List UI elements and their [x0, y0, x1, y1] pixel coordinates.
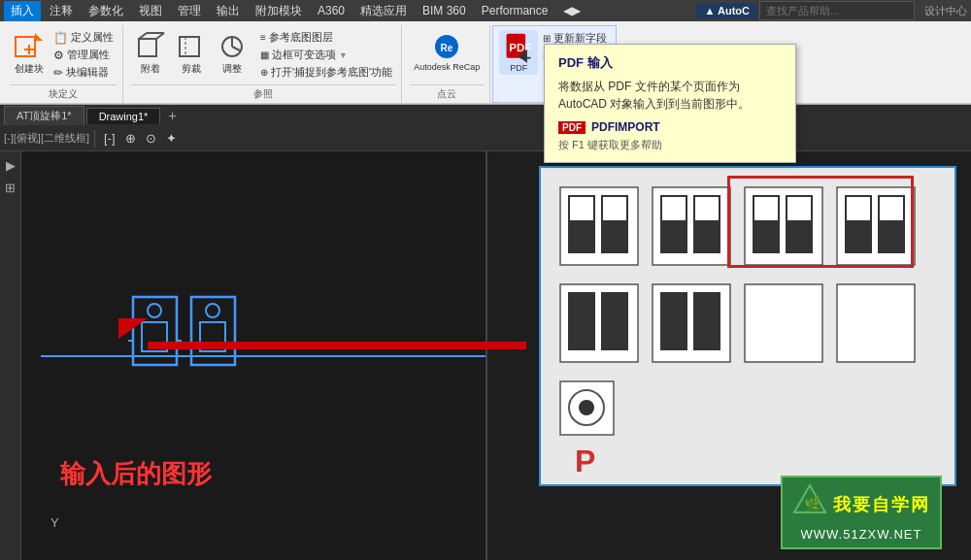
search-input[interactable] — [759, 1, 915, 20]
tab-add-button[interactable]: + — [162, 108, 182, 123]
pdf-import-icon: PDF — [503, 32, 534, 63]
pdf-import-label: PDF — [510, 63, 527, 73]
menu-featured[interactable]: 精选应用 — [353, 1, 414, 21]
btn-attach[interactable]: 附着 — [131, 29, 170, 78]
right-panel: P — [539, 166, 956, 486]
menu-parametric[interactable]: 参数化 — [82, 1, 130, 21]
attach-label: 附着 — [141, 62, 160, 76]
pdf-drawing-label: P — [575, 444, 595, 479]
group-block-def: 创建块 📋 定义属性 ⚙ 管理属性 ✏ 块编辑器 — [4, 25, 123, 103]
btn-orbit[interactable]: ⊙ — [142, 129, 160, 148]
adjust-icon — [217, 31, 248, 62]
svg-rect-54 — [693, 292, 720, 350]
svg-rect-0 — [16, 37, 35, 56]
svg-rect-51 — [601, 292, 628, 350]
menu-performance[interactable]: Performance — [475, 2, 555, 19]
create-block-icon — [14, 31, 45, 62]
attach-icon — [135, 31, 166, 62]
tooltip-title: PDF 输入 — [558, 54, 782, 72]
svg-rect-24 — [191, 297, 235, 365]
svg-rect-56 — [837, 284, 915, 362]
svg-rect-8 — [180, 37, 199, 56]
group-block-def-buttons: 创建块 📋 定义属性 ⚙ 管理属性 ✏ 块编辑器 — [10, 25, 117, 84]
menu-a360[interactable]: A360 — [311, 2, 352, 19]
manage-attr-label: 管理属性 — [67, 48, 110, 62]
btn-block-editor[interactable]: ✏ 块编辑器 — [50, 64, 117, 81]
svg-text:PDF: PDF — [509, 42, 531, 53]
block-editor-label: 块编辑器 — [66, 65, 109, 80]
menu-insert[interactable]: 插入 — [4, 1, 41, 21]
svg-rect-32 — [570, 197, 593, 220]
update-field-icon: ⊞ — [543, 33, 551, 44]
tab-at-top[interactable]: AT顶旋棒1* — [4, 106, 84, 125]
define-attr-label: 定义属性 — [71, 30, 114, 45]
menu-addons[interactable]: 附加模块 — [249, 1, 309, 21]
menu-arrows[interactable]: ◀▶ — [556, 2, 587, 19]
brand-url-text: WWW.51ZXW.NET — [801, 527, 922, 542]
btn-clip[interactable]: 剪裁 — [172, 29, 211, 78]
tab-drawing1[interactable]: Drawing1* — [86, 108, 161, 124]
menu-manage[interactable]: 管理 — [171, 1, 208, 21]
small-btns-group: 📋 定义属性 ⚙ 管理属性 ✏ 块编辑器 — [50, 29, 117, 81]
menu-output[interactable]: 输出 — [210, 1, 247, 21]
btn-snap[interactable]: ⊕ — [121, 129, 140, 148]
sidebar-btn-2[interactable]: ⊞ — [0, 178, 20, 198]
main-canvas: 输入后的图形 Y — [21, 151, 971, 560]
svg-point-25 — [206, 304, 219, 317]
svg-rect-4 — [139, 39, 156, 56]
btn-view3[interactable]: ✦ — [162, 129, 181, 148]
ribbon-content: 创建块 📋 定义属性 ⚙ 管理属性 ✏ 块编辑器 — [0, 21, 971, 104]
svg-marker-1 — [35, 33, 43, 41]
svg-rect-33 — [603, 197, 626, 220]
btn-create-block[interactable]: 创建块 — [10, 29, 49, 78]
brand-logo-icon: 🌿 — [792, 483, 827, 525]
sidebar-btn-1[interactable]: ▶ — [0, 155, 20, 176]
svg-rect-38 — [695, 197, 719, 220]
tooltip-hint: 按 F1 键获取更多帮助 — [558, 138, 782, 152]
group-ref: 附着 剪裁 — [125, 25, 402, 103]
svg-point-59 — [579, 400, 594, 415]
btn-snap-ref[interactable]: ⊕ 打开'捕捉到参考底图'功能 — [257, 64, 395, 81]
svg-rect-53 — [660, 292, 687, 350]
group-autocad-recap: Re Autodesk ReCap 点云 — [404, 25, 490, 103]
btn-adjust[interactable]: 调整 — [213, 29, 251, 78]
btn-pdf-import[interactable]: PDF PDF — [499, 30, 538, 75]
drawing-wrapper: AT顶旋棒1* Drawing1* + [-][俯视][二维线框] [-] ⊕ … — [0, 105, 971, 560]
btn-border-opt[interactable]: ▦ 边框可变选项 ▼ — [257, 47, 395, 63]
view-label-text: [-][俯视][二维线框] — [4, 131, 89, 146]
svg-line-12 — [232, 47, 240, 50]
btn-define-attr[interactable]: 📋 定义属性 — [50, 29, 117, 46]
autocad-recap-buttons: Re Autodesk ReCap — [410, 25, 484, 84]
blue-cad-svg — [128, 287, 254, 404]
adjust-label: 调整 — [222, 62, 242, 76]
create-block-label: 创建块 — [15, 62, 44, 76]
clip-label: 剪裁 — [182, 62, 201, 76]
left-canvas: 输入后的图形 Y — [21, 151, 487, 560]
input-label: 输入后的图形 — [60, 457, 212, 491]
border-opt-label: 边框可变选项 — [272, 48, 336, 62]
left-sidebar: ▶ ⊞ — [0, 151, 21, 560]
border-opt-icon: ▦ — [260, 49, 269, 60]
btn-autodesk-recap[interactable]: Re Autodesk ReCap — [410, 29, 484, 74]
svg-rect-55 — [745, 284, 822, 362]
ref-layer-label: 参考底图图层 — [269, 30, 333, 45]
tooltip-cmd: PDF PDFIMPORT — [558, 120, 782, 134]
btn-viewport-menu[interactable]: [-] — [100, 129, 119, 148]
brand-top: 🌿 我要自学网 — [792, 483, 930, 525]
brand-overlay: 🌿 我要自学网 WWW.51ZXW.NET — [781, 476, 942, 549]
svg-rect-50 — [568, 292, 595, 350]
menu-annotation[interactable]: 注释 — [43, 1, 80, 21]
group-recap-label: 点云 — [410, 84, 484, 103]
menu-bim360[interactable]: BIM 360 — [416, 2, 473, 19]
tooltip-desc: 将数据从 PDF 文件的某个页面作为 AutoCAD 对象输入到到当前图形中。 — [558, 78, 782, 113]
btn-ref-layer[interactable]: ≡ 参考底图图层 — [257, 29, 395, 46]
autodesk-recap-label: Autodesk ReCap — [414, 62, 480, 72]
drawing-area: ▶ ⊞ — [0, 151, 971, 560]
group-ref-label: 参照 — [131, 84, 395, 103]
ref-small-btns: ≡ 参考底图图层 ▦ 边框可变选项 ▼ ⊕ 打开'捕捉到参考底图'功能 — [257, 29, 395, 81]
btn-manage-attr[interactable]: ⚙ 管理属性 — [50, 47, 117, 63]
svg-rect-26 — [200, 322, 225, 351]
svg-rect-21 — [142, 322, 167, 351]
brand-name-text: 我要自学网 — [833, 493, 930, 516]
menu-view[interactable]: 视图 — [132, 1, 169, 21]
